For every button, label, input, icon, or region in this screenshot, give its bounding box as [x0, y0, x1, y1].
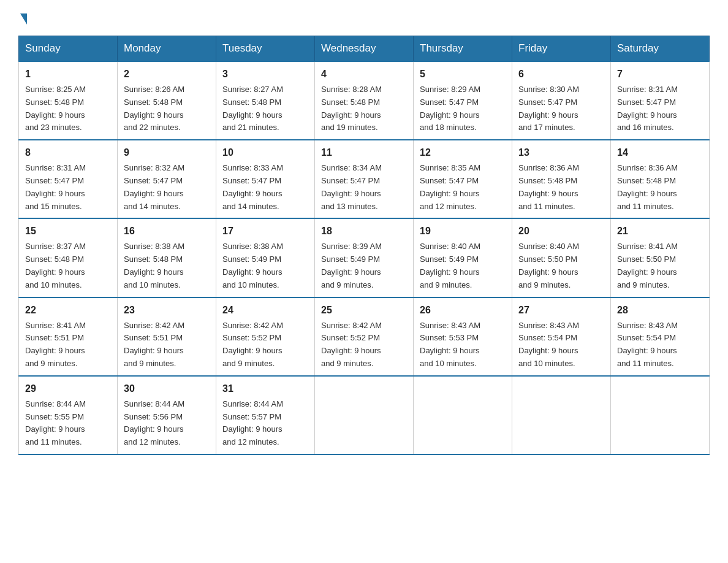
calendar-cell: 10 Sunrise: 8:33 AMSunset: 5:47 PMDaylig… — [216, 140, 315, 218]
day-number: 7 — [617, 67, 703, 82]
day-info: Sunrise: 8:41 AMSunset: 5:50 PMDaylight:… — [617, 242, 678, 289]
day-number: 27 — [518, 303, 604, 318]
logo-arrow-icon — [20, 13, 27, 25]
calendar-cell — [512, 376, 611, 454]
weekday-header-friday: Friday — [512, 36, 611, 62]
day-info: Sunrise: 8:41 AMSunset: 5:51 PMDaylight:… — [25, 321, 86, 368]
day-info: Sunrise: 8:26 AMSunset: 5:48 PMDaylight:… — [124, 85, 184, 132]
weekday-header-wednesday: Wednesday — [315, 36, 414, 62]
calendar-cell: 17 Sunrise: 8:38 AMSunset: 5:49 PMDaylig… — [216, 218, 315, 297]
calendar-cell: 3 Sunrise: 8:27 AMSunset: 5:48 PMDayligh… — [216, 61, 315, 140]
day-info: Sunrise: 8:38 AMSunset: 5:49 PMDaylight:… — [222, 242, 283, 289]
calendar-cell: 12 Sunrise: 8:35 AMSunset: 5:47 PMDaylig… — [414, 140, 512, 218]
day-number: 3 — [222, 67, 308, 82]
day-number: 2 — [124, 67, 210, 82]
day-info: Sunrise: 8:31 AMSunset: 5:47 PMDaylight:… — [25, 163, 86, 210]
day-info: Sunrise: 8:35 AMSunset: 5:47 PMDaylight:… — [420, 163, 480, 210]
day-number: 12 — [420, 145, 506, 160]
weekday-header-row: SundayMondayTuesdayWednesdayThursdayFrid… — [19, 36, 710, 62]
day-number: 5 — [420, 67, 506, 82]
weekday-header-thursday: Thursday — [414, 36, 512, 62]
day-number: 1 — [25, 67, 111, 82]
day-info: Sunrise: 8:42 AMSunset: 5:52 PMDaylight:… — [222, 321, 283, 368]
week-row-3: 15 Sunrise: 8:37 AMSunset: 5:48 PMDaylig… — [19, 218, 710, 297]
day-info: Sunrise: 8:33 AMSunset: 5:47 PMDaylight:… — [222, 163, 283, 210]
calendar-cell: 30 Sunrise: 8:44 AMSunset: 5:56 PMDaylig… — [118, 376, 216, 454]
weekday-header-tuesday: Tuesday — [216, 36, 315, 62]
calendar-cell: 14 Sunrise: 8:36 AMSunset: 5:48 PMDaylig… — [611, 140, 710, 218]
calendar-cell: 7 Sunrise: 8:31 AMSunset: 5:47 PMDayligh… — [611, 61, 710, 140]
day-info: Sunrise: 8:28 AMSunset: 5:48 PMDaylight:… — [321, 85, 382, 132]
page-header — [18, 12, 710, 25]
day-info: Sunrise: 8:36 AMSunset: 5:48 PMDaylight:… — [518, 163, 579, 210]
day-number: 24 — [222, 303, 308, 318]
calendar-cell: 1 Sunrise: 8:25 AMSunset: 5:48 PMDayligh… — [19, 61, 118, 140]
day-number: 10 — [222, 145, 308, 160]
day-info: Sunrise: 8:34 AMSunset: 5:47 PMDaylight:… — [321, 163, 382, 210]
day-info: Sunrise: 8:44 AMSunset: 5:55 PMDaylight:… — [25, 399, 86, 446]
day-number: 28 — [617, 303, 703, 318]
day-number: 11 — [321, 145, 407, 160]
weekday-header-saturday: Saturday — [611, 36, 710, 62]
day-number: 30 — [124, 381, 210, 396]
calendar-cell: 22 Sunrise: 8:41 AMSunset: 5:51 PMDaylig… — [19, 297, 118, 376]
calendar-cell: 23 Sunrise: 8:42 AMSunset: 5:51 PMDaylig… — [118, 297, 216, 376]
calendar-cell — [611, 376, 710, 454]
day-number: 21 — [617, 224, 703, 239]
day-number: 13 — [518, 145, 604, 160]
calendar-cell: 21 Sunrise: 8:41 AMSunset: 5:50 PMDaylig… — [611, 218, 710, 297]
calendar-cell: 26 Sunrise: 8:43 AMSunset: 5:53 PMDaylig… — [414, 297, 512, 376]
calendar-table: SundayMondayTuesdayWednesdayThursdayFrid… — [18, 36, 710, 455]
day-info: Sunrise: 8:31 AMSunset: 5:47 PMDaylight:… — [617, 85, 678, 132]
calendar-cell: 20 Sunrise: 8:40 AMSunset: 5:50 PMDaylig… — [512, 218, 611, 297]
calendar-cell: 9 Sunrise: 8:32 AMSunset: 5:47 PMDayligh… — [118, 140, 216, 218]
calendar-cell: 24 Sunrise: 8:42 AMSunset: 5:52 PMDaylig… — [216, 297, 315, 376]
calendar-cell: 13 Sunrise: 8:36 AMSunset: 5:48 PMDaylig… — [512, 140, 611, 218]
logo — [18, 12, 27, 25]
calendar-cell: 25 Sunrise: 8:42 AMSunset: 5:52 PMDaylig… — [315, 297, 414, 376]
weekday-header-sunday: Sunday — [19, 36, 118, 62]
week-row-4: 22 Sunrise: 8:41 AMSunset: 5:51 PMDaylig… — [19, 297, 710, 376]
day-info: Sunrise: 8:29 AMSunset: 5:47 PMDaylight:… — [420, 85, 480, 132]
weekday-header-monday: Monday — [118, 36, 216, 62]
day-number: 23 — [124, 303, 210, 318]
calendar-cell: 19 Sunrise: 8:40 AMSunset: 5:49 PMDaylig… — [414, 218, 512, 297]
day-info: Sunrise: 8:39 AMSunset: 5:49 PMDaylight:… — [321, 242, 382, 289]
day-info: Sunrise: 8:38 AMSunset: 5:48 PMDaylight:… — [124, 242, 184, 289]
calendar-cell: 4 Sunrise: 8:28 AMSunset: 5:48 PMDayligh… — [315, 61, 414, 140]
calendar-cell — [315, 376, 414, 454]
day-info: Sunrise: 8:43 AMSunset: 5:53 PMDaylight:… — [420, 321, 480, 368]
day-info: Sunrise: 8:25 AMSunset: 5:48 PMDaylight:… — [25, 85, 86, 132]
calendar-cell: 8 Sunrise: 8:31 AMSunset: 5:47 PMDayligh… — [19, 140, 118, 218]
day-number: 14 — [617, 145, 703, 160]
week-row-5: 29 Sunrise: 8:44 AMSunset: 5:55 PMDaylig… — [19, 376, 710, 454]
day-number: 19 — [420, 224, 506, 239]
calendar-cell: 29 Sunrise: 8:44 AMSunset: 5:55 PMDaylig… — [19, 376, 118, 454]
week-row-2: 8 Sunrise: 8:31 AMSunset: 5:47 PMDayligh… — [19, 140, 710, 218]
day-number: 8 — [25, 145, 111, 160]
day-info: Sunrise: 8:44 AMSunset: 5:57 PMDaylight:… — [222, 399, 283, 446]
day-number: 16 — [124, 224, 210, 239]
week-row-1: 1 Sunrise: 8:25 AMSunset: 5:48 PMDayligh… — [19, 61, 710, 140]
day-info: Sunrise: 8:27 AMSunset: 5:48 PMDaylight:… — [222, 85, 283, 132]
day-info: Sunrise: 8:42 AMSunset: 5:52 PMDaylight:… — [321, 321, 382, 368]
day-info: Sunrise: 8:37 AMSunset: 5:48 PMDaylight:… — [25, 242, 86, 289]
day-info: Sunrise: 8:40 AMSunset: 5:49 PMDaylight:… — [420, 242, 480, 289]
calendar-cell: 2 Sunrise: 8:26 AMSunset: 5:48 PMDayligh… — [118, 61, 216, 140]
day-number: 4 — [321, 67, 407, 82]
day-info: Sunrise: 8:42 AMSunset: 5:51 PMDaylight:… — [124, 321, 184, 368]
day-info: Sunrise: 8:32 AMSunset: 5:47 PMDaylight:… — [124, 163, 184, 210]
day-info: Sunrise: 8:40 AMSunset: 5:50 PMDaylight:… — [518, 242, 579, 289]
day-info: Sunrise: 8:30 AMSunset: 5:47 PMDaylight:… — [518, 85, 579, 132]
calendar-cell: 6 Sunrise: 8:30 AMSunset: 5:47 PMDayligh… — [512, 61, 611, 140]
day-number: 6 — [518, 67, 604, 82]
day-number: 22 — [25, 303, 111, 318]
day-info: Sunrise: 8:43 AMSunset: 5:54 PMDaylight:… — [518, 321, 579, 368]
calendar-cell: 31 Sunrise: 8:44 AMSunset: 5:57 PMDaylig… — [216, 376, 315, 454]
day-number: 29 — [25, 381, 111, 396]
day-number: 15 — [25, 224, 111, 239]
calendar-cell: 16 Sunrise: 8:38 AMSunset: 5:48 PMDaylig… — [118, 218, 216, 297]
calendar-cell — [414, 376, 512, 454]
day-info: Sunrise: 8:36 AMSunset: 5:48 PMDaylight:… — [617, 163, 678, 210]
day-number: 20 — [518, 224, 604, 239]
